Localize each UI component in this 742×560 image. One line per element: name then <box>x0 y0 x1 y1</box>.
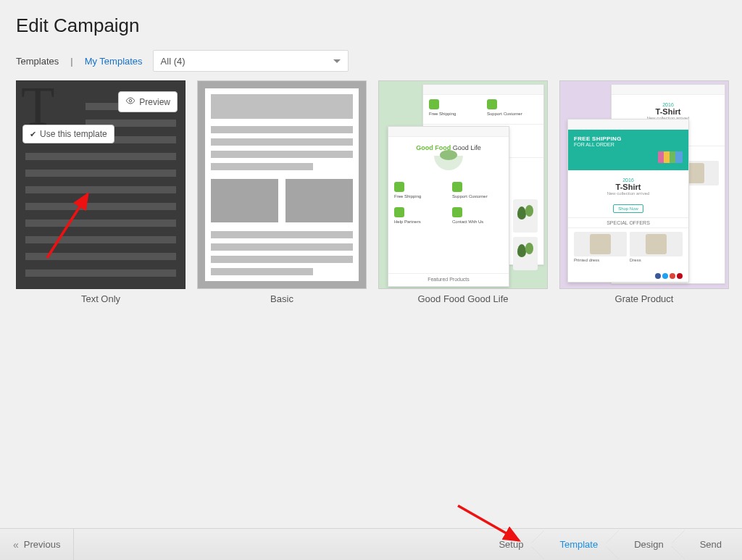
template-label: Text Only <box>81 293 120 304</box>
check-icon <box>30 129 36 139</box>
tab-templates[interactable]: Templates <box>16 56 59 67</box>
template-label: Basic <box>270 293 293 304</box>
template-card-basic[interactable]: Basic <box>197 80 367 304</box>
step-send[interactable]: Send <box>684 529 742 560</box>
template-label: Good Food Good Life <box>417 293 508 304</box>
template-label: Grate Product <box>615 293 674 304</box>
use-template-label: Use this template <box>40 129 107 139</box>
template-thumb: 2016 T-Shirt New collection arrived Shop… <box>559 80 729 289</box>
chevron-down-icon <box>333 59 341 63</box>
wizard-footer: Previous Setup Template Design Send <box>0 528 742 560</box>
eye-icon <box>125 96 136 108</box>
filter-selected: All (4) <box>161 56 186 67</box>
tab-separator: | <box>70 56 72 67</box>
templates-grid: T Preview Use this template <box>16 80 726 304</box>
page-title: Edit Campaign <box>16 14 726 37</box>
svg-point-0 <box>130 99 133 102</box>
filter-dropdown[interactable]: All (4) <box>153 50 349 72</box>
top-controls: Templates | My Templates All (4) <box>16 50 726 72</box>
front-sheet: Good Food Good Life Free ShippingSupport… <box>388 126 509 287</box>
use-template-button[interactable]: Use this template <box>22 125 114 143</box>
template-card-text-only[interactable]: T Preview Use this template <box>16 80 186 304</box>
step-design[interactable]: Design <box>618 529 683 560</box>
previous-label: Previous <box>24 539 61 550</box>
step-setup[interactable]: Setup <box>483 529 543 560</box>
tab-my-templates[interactable]: My Templates <box>85 56 143 67</box>
previous-button[interactable]: Previous <box>0 529 74 560</box>
template-card-grate-product[interactable]: 2016 T-Shirt New collection arrived Shop… <box>559 80 729 304</box>
step-template[interactable]: Template <box>543 529 618 560</box>
preview-button[interactable]: Preview <box>118 91 178 112</box>
template-thumb <box>197 80 367 289</box>
template-card-good-food[interactable]: Free ShippingSupport Customer Contact Wi… <box>378 80 548 304</box>
wizard-steps: Setup Template Design Send <box>483 529 742 560</box>
template-thumb: T Preview Use this template <box>16 80 186 289</box>
double-chevron-left-icon <box>13 539 21 551</box>
template-thumb: Free ShippingSupport Customer Contact Wi… <box>378 80 548 289</box>
preview-label: Preview <box>139 97 170 107</box>
front-sheet: FREE SHIPPING FOR ALL ORDER 2016 T-Shirt… <box>567 119 689 283</box>
